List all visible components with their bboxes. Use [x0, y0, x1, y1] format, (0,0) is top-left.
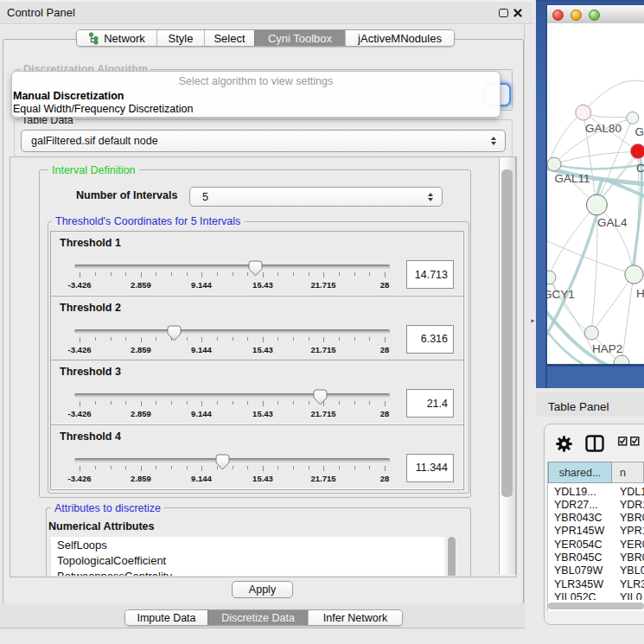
- svg-text:GAL4: GAL4: [597, 216, 628, 229]
- svg-text:HAP2: HAP2: [592, 342, 622, 355]
- svg-text:GCY1: GCY1: [547, 288, 575, 301]
- svg-text:GAL11: GAL11: [555, 172, 590, 185]
- svg-text:H: H: [636, 287, 644, 300]
- svg-text:GAL80: GAL80: [585, 122, 622, 135]
- svg-text:GA: GA: [635, 125, 644, 138]
- svg-text:C: C: [636, 162, 644, 175]
